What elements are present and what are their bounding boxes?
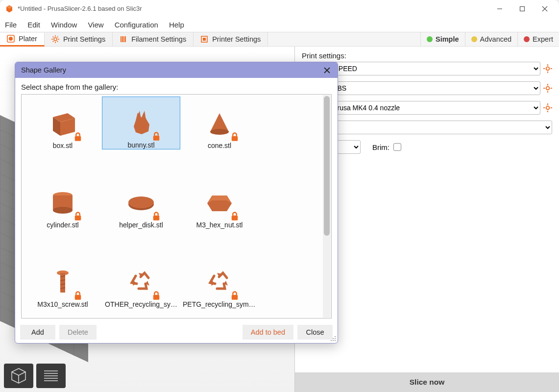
svg-rect-46 — [153, 136, 160, 141]
shape-label: M3x10_screw.stl — [37, 300, 88, 308]
resize-grip[interactable] — [330, 335, 337, 342]
shape-item-screw[interactable]: M3x10_screw.stl — [24, 255, 102, 308]
app-icon — [5, 4, 14, 13]
svg-point-74 — [335, 336, 336, 337]
cylinder-icon — [46, 187, 80, 218]
svg-point-31 — [546, 87, 550, 90]
menu-edit[interactable]: Edit — [27, 21, 40, 29]
print-settings-label: Print settings: — [302, 51, 552, 60]
close-dialog-button[interactable]: Close — [297, 325, 333, 340]
tab-plater-label: Plater — [19, 35, 37, 43]
shape-item-hex-nut[interactable]: M3_hex_nut.stl — [180, 176, 259, 229]
svg-point-76 — [333, 338, 334, 339]
svg-rect-20 — [203, 38, 206, 41]
edit-filament-preset-icon[interactable] — [543, 84, 552, 93]
mode-simple[interactable]: Simple — [420, 32, 465, 46]
shape-item-cone[interactable]: cone.stl — [180, 97, 259, 149]
menu-configuration[interactable]: Configuration — [115, 21, 158, 29]
svg-rect-65 — [75, 295, 81, 300]
shape-label: cylinder.stl — [47, 221, 78, 229]
svg-rect-52 — [75, 216, 81, 220]
edit-printer-preset-icon[interactable] — [543, 103, 552, 112]
svg-point-54 — [128, 196, 154, 208]
svg-point-6 — [54, 38, 57, 41]
window-title: *Untitled - PrusaSlicer-2.6.1 based on S… — [18, 5, 488, 12]
edit-print-preset-icon[interactable] — [543, 64, 552, 73]
svg-point-36 — [546, 106, 550, 110]
svg-line-14 — [52, 41, 53, 42]
svg-line-13 — [57, 37, 58, 38]
screw-icon — [46, 266, 80, 297]
lock-icon — [73, 291, 83, 300]
mode-expert[interactable]: Expert — [517, 32, 559, 46]
dialog-prompt: Select shape from the gallery: — [21, 83, 332, 91]
shape-item-helper-disk[interactable]: helper_disk.stl — [102, 176, 180, 229]
supports-select[interactable]: None — [302, 121, 552, 134]
hex-nut-icon — [202, 187, 237, 218]
svg-point-79 — [331, 340, 332, 341]
menu-file[interactable]: File — [5, 21, 17, 29]
svg-point-51 — [53, 207, 73, 214]
svg-rect-1 — [520, 6, 525, 11]
shape-item-cylinder[interactable]: cylinder.stl — [24, 176, 102, 229]
shape-label: bunny.stl — [128, 141, 155, 149]
svg-marker-45 — [143, 111, 146, 117]
shape-label: OTHER_recycling_sy… — [105, 300, 177, 308]
menu-window[interactable]: Window — [51, 21, 77, 29]
bunny-icon — [124, 107, 158, 138]
view-3d-button[interactable] — [4, 364, 33, 388]
shape-item-box[interactable]: box.stl — [24, 97, 102, 149]
dialog-titlebar[interactable]: Shape Gallery — [15, 62, 338, 78]
lock-icon — [151, 211, 161, 221]
close-button[interactable] — [534, 1, 556, 16]
shape-gallery-dialog: Shape Gallery Select shape from the gall… — [15, 62, 338, 343]
tab-print-settings-label: Print Settings — [63, 35, 105, 43]
shape-label: M3_hex_nut.stl — [196, 221, 243, 229]
delete-button[interactable]: Delete — [59, 325, 97, 340]
svg-point-26 — [546, 67, 550, 71]
lock-icon — [73, 211, 83, 221]
add-to-bed-button[interactable]: Add to bed — [243, 325, 293, 340]
svg-rect-58 — [232, 216, 238, 220]
svg-rect-69 — [153, 295, 160, 300]
tab-filament-settings[interactable]: Filament Settings — [113, 32, 194, 46]
brim-checkbox[interactable] — [393, 143, 401, 151]
svg-line-12 — [57, 41, 58, 42]
tab-print-settings[interactable]: Print Settings — [45, 32, 113, 46]
tab-printer-settings[interactable]: Printer Settings — [194, 32, 268, 46]
recycling-icon — [124, 266, 158, 297]
shape-item-other-recycling[interactable]: OTHER_recycling_sy… — [102, 255, 180, 308]
tab-filament-settings-label: Filament Settings — [131, 35, 186, 43]
shape-label: cone.stl — [208, 142, 231, 149]
mode-advanced[interactable]: Advanced — [465, 32, 518, 46]
gear-icon — [51, 35, 59, 43]
svg-line-11 — [52, 37, 53, 38]
dialog-close-button[interactable] — [322, 65, 332, 75]
shape-label: box.stl — [53, 142, 73, 149]
svg-rect-55 — [153, 216, 160, 220]
maximize-button[interactable] — [511, 1, 534, 16]
tab-printer-settings-label: Printer Settings — [212, 35, 261, 43]
view-layers-button[interactable] — [36, 364, 66, 388]
shape-label: PETG_recycling_symb… — [183, 300, 256, 308]
menu-help[interactable]: Help — [169, 21, 184, 29]
shape-item-petg-recycling[interactable]: PETG_recycling_symb… — [180, 255, 259, 308]
svg-rect-73 — [232, 295, 238, 300]
gallery-scrollbar[interactable] — [323, 95, 331, 318]
dialog-title: Shape Gallery — [21, 66, 66, 74]
add-button[interactable]: Add — [20, 325, 55, 340]
shape-item-bunny[interactable]: bunny.stl — [102, 97, 180, 149]
svg-point-77 — [335, 340, 336, 341]
filament-icon — [120, 35, 127, 43]
recycling-icon — [202, 266, 237, 297]
scrollbar-thumb[interactable] — [324, 96, 330, 236]
slice-now-button[interactable]: Slice now — [295, 372, 559, 392]
tab-plater[interactable]: Plater — [0, 33, 45, 47]
menu-view[interactable]: View — [88, 21, 103, 29]
lock-icon — [73, 132, 83, 142]
minimize-button[interactable] — [488, 1, 511, 16]
svg-point-5 — [9, 37, 13, 41]
svg-rect-48 — [232, 136, 238, 141]
box-icon — [46, 107, 80, 139]
printer-icon — [200, 35, 208, 43]
